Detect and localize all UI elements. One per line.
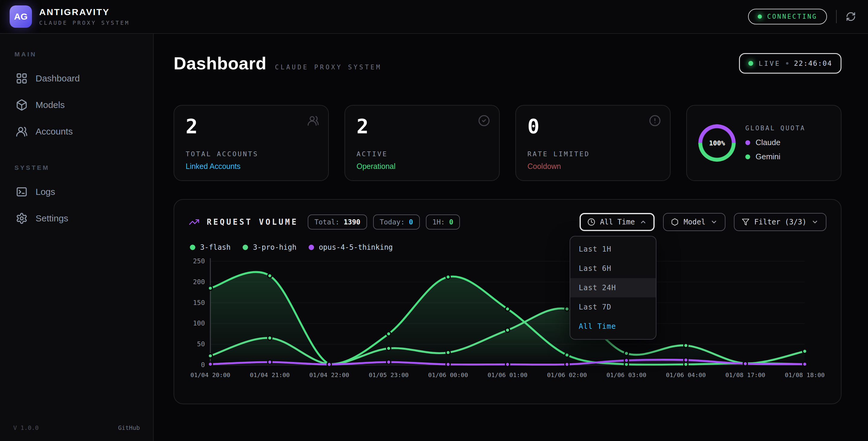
svg-text:01/06 02:00: 01/06 02:00: [547, 371, 587, 379]
app-root: AG ANTIGRAVITY CLAUDE PROXY SYSTEM CONNE…: [0, 0, 868, 441]
svg-text:01/05 23:00: 01/05 23:00: [369, 371, 408, 379]
dropdown-item-last-24h[interactable]: Last 24H: [570, 278, 656, 297]
sidebar-item-label: Settings: [36, 213, 68, 224]
stat-value: 2: [186, 115, 317, 138]
sidebar-item-settings[interactable]: Settings: [11, 205, 142, 232]
connection-status-label: CONNECTING: [767, 13, 817, 20]
users-icon: [307, 115, 319, 127]
stats-row: 2 TOTAL ACCOUNTS Linked Accounts 2 ACTIV…: [174, 105, 841, 181]
live-dot-icon: [748, 61, 753, 66]
chevron-up-icon: [640, 218, 647, 226]
time-range-dropdown: Last 1H Last 6H Last 24H Last 7D All Tim…: [569, 236, 656, 340]
gear-icon: [16, 212, 28, 225]
header-actions: CONNECTING: [748, 9, 856, 24]
app-tagline: CLAUDE PROXY SYSTEM: [39, 20, 130, 26]
refresh-icon[interactable]: [846, 11, 856, 22]
cube-icon: [671, 218, 679, 226]
sidebar-item-accounts[interactable]: Accounts: [11, 118, 142, 145]
connection-status-badge: CONNECTING: [748, 9, 827, 24]
time-range-label: All Time: [600, 218, 635, 226]
filter-button-label: Filter (3/3): [754, 218, 807, 226]
cube-icon: [16, 99, 28, 111]
chart-legend: 3-flash 3-pro-high opus-4-5-thinking: [190, 243, 827, 252]
series-dot-icon: [309, 245, 314, 250]
sidebar-section-main: MAIN: [14, 51, 138, 58]
chart-controls: All Time Last 1H Last 6H Last 24H Last 7…: [580, 213, 827, 231]
svg-text:01/06 03:00: 01/06 03:00: [607, 371, 646, 379]
global-quota-card: 100% GLOBAL QUOTA Claude Gemini: [686, 105, 841, 181]
sidebar-item-label: Dashboard: [36, 73, 80, 84]
separator-dot-icon: [786, 62, 788, 64]
github-link[interactable]: GitHub: [118, 424, 140, 431]
sidebar-item-dashboard[interactable]: Dashboard: [11, 65, 142, 92]
stat-card-active: 2 ACTIVE Operational: [344, 105, 500, 181]
dashboard-grid-icon: [16, 72, 28, 85]
sidebar-item-label: Models: [36, 100, 65, 110]
live-label: LIVE: [758, 60, 781, 67]
users-icon: [16, 125, 28, 138]
stat-card-rate-limited: 0 RATE LIMITED Cooldown: [516, 105, 671, 181]
alert-circle-icon: [649, 115, 661, 127]
counter-value: 0: [449, 218, 453, 226]
legend-label: opus-4-5-thinking: [319, 243, 393, 252]
stat-sublabel: Linked Accounts: [186, 162, 317, 171]
status-dot-icon: [758, 14, 762, 19]
svg-text:0: 0: [201, 361, 205, 369]
dropdown-item-all-time[interactable]: All Time: [570, 317, 656, 336]
quota-legend-label: Claude: [755, 138, 780, 147]
model-filter-button[interactable]: Model: [663, 213, 725, 231]
series-dot-icon: [190, 245, 195, 250]
stat-label: ACTIVE: [356, 150, 488, 158]
dropdown-item-last-6h[interactable]: Last 6H: [570, 259, 656, 278]
svg-text:150: 150: [193, 299, 205, 306]
quota-ring: 100%: [698, 124, 736, 162]
stat-value: 2: [356, 115, 488, 138]
svg-text:01/08 18:00: 01/08 18:00: [785, 371, 825, 379]
brand: AG ANTIGRAVITY CLAUDE PROXY SYSTEM: [10, 5, 130, 28]
svg-text:01/06 04:00: 01/06 04:00: [666, 371, 706, 379]
svg-text:01/06 00:00: 01/06 00:00: [428, 371, 468, 379]
sidebar-section-system: SYSTEM: [14, 164, 138, 171]
chart-title: REQUEST VOLUME: [207, 217, 298, 227]
check-circle-icon: [478, 115, 490, 127]
time-range-button[interactable]: All Time: [580, 213, 655, 231]
sidebar: MAIN Dashboard Models: [0, 34, 154, 441]
counter-1h: 1H: 0: [426, 214, 460, 230]
divider: [836, 10, 837, 23]
sidebar-item-label: Accounts: [36, 126, 73, 137]
page-subtitle: CLAUDE PROXY SYSTEM: [275, 64, 381, 71]
sidebar-item-models[interactable]: Models: [11, 92, 142, 118]
svg-text:50: 50: [197, 340, 205, 348]
dropdown-item-last-1h[interactable]: Last 1H: [570, 239, 656, 259]
clock-icon: [587, 218, 595, 226]
svg-text:200: 200: [193, 278, 205, 286]
counter-label: Today:: [380, 218, 405, 226]
svg-text:100: 100: [193, 319, 205, 327]
legend-label: 3-pro-high: [253, 243, 297, 252]
svg-text:01/04 21:00: 01/04 21:00: [250, 371, 290, 379]
app-title: ANTIGRAVITY: [39, 7, 130, 17]
claude-dot-icon: [745, 140, 750, 145]
counter-value: 1390: [344, 218, 360, 226]
svg-text:01/04 22:00: 01/04 22:00: [309, 371, 349, 379]
dropdown-item-last-7d[interactable]: Last 7D: [570, 297, 656, 317]
app-header: AG ANTIGRAVITY CLAUDE PROXY SYSTEM CONNE…: [0, 0, 868, 34]
quota-legend-claude: Claude: [745, 138, 806, 147]
live-badge: LIVE 22:46:04: [739, 53, 841, 74]
sidebar-item-logs[interactable]: Logs: [11, 179, 142, 205]
stat-sublabel: Operational: [356, 162, 488, 171]
stat-value: 0: [527, 115, 658, 138]
svg-text:01/04 20:00: 01/04 20:00: [190, 371, 230, 379]
svg-text:01/06 01:00: 01/06 01:00: [488, 371, 527, 379]
filter-button[interactable]: Filter (3/3): [734, 213, 827, 231]
quota-percent: 100%: [698, 124, 736, 162]
model-button-label: Model: [684, 218, 705, 226]
page-title: Dashboard: [174, 53, 267, 73]
request-volume-panel: REQUEST VOLUME Total: 1390 Today: 0 1H:: [174, 199, 841, 404]
version-label: V 1.0.0: [13, 424, 38, 431]
chevron-down-icon: [811, 218, 818, 226]
request-volume-chart: 05010015020025001/04 20:0001/04 21:0001/…: [189, 254, 827, 382]
quota-legend-label: Gemini: [755, 152, 780, 161]
volume-counters: Total: 1390 Today: 0 1H: 0: [308, 214, 460, 230]
chart-header: REQUEST VOLUME Total: 1390 Today: 0 1H:: [189, 213, 827, 231]
